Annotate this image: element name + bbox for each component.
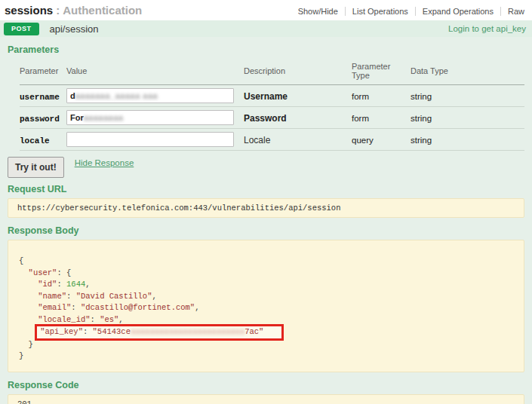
password-input[interactable]: Foraaaaaaaa (66, 110, 234, 125)
json-line: "id": 1644, (19, 279, 513, 291)
operation-content: Parameters Parameter Value Description P… (0, 37, 532, 404)
login-to-get-api-key-link[interactable]: Login to get api_key (448, 24, 526, 33)
param-name-username: username (20, 93, 60, 102)
expand-operations-link[interactable]: Expand Operations (415, 7, 500, 16)
password-value-redacted: aaaaaaaa (84, 113, 124, 122)
param-name-password: password (20, 115, 60, 124)
username-value-redacted: aaaaaaa_aaaaa aaa (75, 91, 158, 100)
param-description: Password (244, 113, 287, 124)
sandbox-actions: Try it out! Hide Response (8, 157, 524, 178)
table-row-username: username daaaaaaa_aaaaa aaa Username for… (20, 85, 524, 107)
param-type: query (352, 136, 374, 145)
hide-response-link[interactable]: Hide Response (75, 158, 134, 167)
param-description: Locale (244, 135, 270, 145)
title-separator: : (56, 4, 60, 17)
data-type: string (411, 114, 432, 123)
resource-description: Authentication (63, 4, 142, 17)
resource-name: sessions (5, 4, 53, 17)
col-header-parameter: Parameter (20, 60, 66, 85)
data-type: string (411, 92, 432, 101)
try-it-out-button[interactable]: Try it out! (8, 157, 64, 178)
response-body-heading: Response Body (8, 225, 524, 236)
col-header-description: Description (244, 60, 352, 85)
password-value-visible: For (70, 113, 84, 122)
json-line: "api_key": "54143ceaaaaaaaaaaaaaaaaaaaaa… (19, 326, 513, 339)
param-type: form (352, 114, 369, 123)
request-url-value: https://cybersecurity.telefonica.com:443… (8, 198, 524, 218)
operation-header-bar: POST api/session Login to get api_key (0, 20, 532, 37)
request-url-heading: Request URL (8, 184, 524, 194)
table-row-password: password Foraaaaaaaa Password form strin… (20, 107, 524, 129)
operation-path-link[interactable]: api/session (50, 23, 99, 35)
resource-header: sessions:Authentication Show/Hide List O… (0, 0, 532, 20)
response-code-heading: Response Code (8, 380, 524, 390)
show-hide-link[interactable]: Show/Hide (291, 7, 345, 16)
username-value-visible: d (70, 91, 75, 100)
api-key-highlight-box: "api_key": "54143ceaaaaaaaaaaaaaaaaaaaaa… (35, 324, 284, 341)
parameters-heading: Parameters (8, 44, 524, 55)
parameters-header-row: Parameter Value Description Parameter Ty… (20, 60, 524, 85)
json-line: "name": "David Castillo", (19, 291, 513, 303)
param-description: Username (244, 91, 288, 102)
col-header-parameter-type: Parameter Type (352, 60, 411, 85)
param-name-locale: locale (20, 136, 50, 145)
response-body-code: { "user": { "id": 1644, "name": "David C… (8, 240, 524, 372)
raw-link[interactable]: Raw (500, 7, 526, 16)
list-operations-link[interactable]: List Operations (345, 7, 415, 16)
json-line: { (19, 256, 513, 268)
json-line: } (19, 339, 513, 351)
http-method-badge[interactable]: POST (4, 23, 39, 35)
param-type: form (352, 92, 369, 101)
col-header-value: Value (66, 60, 244, 85)
locale-input[interactable] (66, 132, 234, 147)
table-row-locale: locale Locale query string (20, 129, 524, 151)
json-line: "email": "dcastillo@fortinet.com", (19, 302, 513, 314)
data-type: string (411, 136, 432, 145)
resource-actions: Show/Hide List Operations Expand Operati… (291, 7, 526, 16)
json-line: } (19, 350, 513, 363)
resource-title: sessions:Authentication (5, 4, 142, 17)
username-input[interactable]: daaaaaaa_aaaaa aaa (66, 88, 234, 103)
parameters-table: Parameter Value Description Parameter Ty… (20, 60, 524, 151)
response-code-value: 201 (8, 394, 524, 404)
json-line: "user": { (19, 268, 513, 280)
col-header-data-type: Data Type (411, 60, 524, 85)
